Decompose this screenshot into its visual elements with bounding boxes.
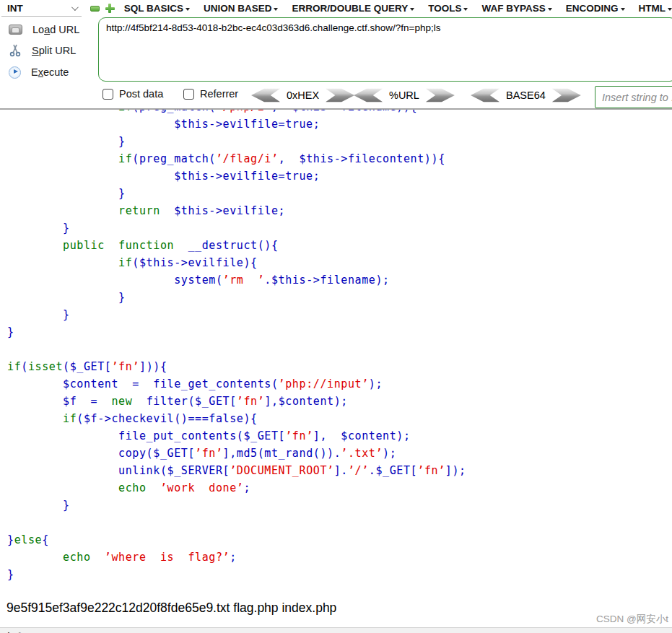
- post-data-checkbox[interactable]: [102, 89, 113, 100]
- code-line: if($this->evilfile){: [7, 254, 672, 271]
- split-url-button[interactable]: Split URL: [9, 43, 76, 58]
- hex-encoder-label: 0xHEX: [287, 90, 319, 101]
- menu: SQL BASICS UNION BASED ERROR/DOUBLE QUER…: [124, 3, 672, 14]
- browser-status-bar: 完成: [0, 627, 672, 633]
- caret-down-icon: [274, 8, 278, 11]
- code-line: $this->evilfile=true;: [7, 167, 672, 185]
- base64-encoder-label: BASE64: [506, 90, 546, 101]
- menu-item-sql-basics[interactable]: SQL BASICS: [124, 3, 190, 14]
- base64-encoder-group: BASE64: [471, 88, 581, 102]
- menu-item-label: HTML: [639, 3, 666, 14]
- code-line: return $this->evilfile;: [7, 202, 672, 219]
- menu-item-label: ERROR/DOUBLE QUERY: [292, 3, 408, 14]
- code-line: $content = file_get_contents(’php://inpu…: [7, 375, 672, 393]
- encode-url-arrow-icon[interactable]: [426, 88, 455, 102]
- expand-icon[interactable]: [105, 4, 114, 13]
- chevron-down-icon: [71, 4, 79, 11]
- query-type-value: INT: [7, 3, 23, 14]
- code-line: if($f->checkevil()===false){: [7, 410, 672, 427]
- insert-string-input[interactable]: [595, 86, 672, 108]
- code-block: if(preg_match(’/php/i’, $this->filename)…: [0, 110, 672, 599]
- code-line: echo ’where is flag?’;: [7, 549, 672, 566]
- code-line: echo ’work done’;: [7, 479, 672, 497]
- url-encoder-group: %URL: [354, 88, 455, 102]
- encode-hex-arrow-icon[interactable]: [326, 88, 354, 102]
- referrer-label: Referrer: [200, 88, 238, 100]
- code-line: $this->evilfile=true;: [7, 115, 672, 133]
- post-data-option: Post data: [102, 88, 163, 100]
- caret-down-icon: [410, 8, 414, 11]
- code-line: }: [7, 497, 672, 514]
- hackbar-panel: Load URL Split URL Execute http://4f5bf2…: [0, 17, 672, 110]
- menu-item-label: WAF BYPASS: [481, 3, 545, 14]
- url-encoder-label: %URL: [389, 90, 419, 101]
- menu-item-waf-bypass[interactable]: WAF BYPASS: [481, 3, 551, 14]
- code-line: [7, 341, 672, 358]
- decode-base64-arrow-icon[interactable]: [471, 88, 499, 102]
- load-url-icon: [9, 25, 22, 35]
- menu-item-label: UNION BASED: [204, 3, 272, 14]
- post-data-label: Post data: [119, 88, 163, 100]
- code-line: [7, 514, 672, 531]
- execute-button[interactable]: Execute: [9, 64, 69, 80]
- load-url-button[interactable]: Load URL: [9, 22, 79, 38]
- code-line: file_put_contents($_GET[’fn’], $content)…: [7, 427, 672, 445]
- split-url-label: Split URL: [32, 45, 76, 56]
- caret-down-icon: [621, 8, 625, 11]
- referrer-option: Referrer: [183, 88, 238, 100]
- code-line: }: [7, 185, 672, 202]
- encode-base64-arrow-icon[interactable]: [552, 88, 581, 102]
- decode-url-arrow-icon[interactable]: [354, 88, 383, 102]
- caret-down-icon: [548, 8, 552, 11]
- menu-item-encoding[interactable]: ENCODING: [566, 3, 625, 14]
- menu-item-error-double-query[interactable]: ERROR/DOUBLE QUERY: [292, 3, 414, 14]
- code-line: system(’rm ’.$this->filename);: [7, 271, 672, 289]
- code-line: }: [7, 306, 672, 323]
- collapse-icon[interactable]: [90, 6, 99, 12]
- code-line: }: [7, 219, 672, 237]
- hackbar-menubar: INT SQL BASICS UNION BASED ERROR/DOUBLE …: [0, 0, 672, 17]
- code-line: }: [7, 289, 672, 306]
- url-input[interactable]: http://4f5bf214-8d53-4018-b2bc-ec4c03d36…: [98, 17, 672, 82]
- code-line: }: [7, 133, 672, 150]
- code-line: public function __destruct(){: [7, 237, 672, 254]
- code-line: }: [7, 323, 672, 341]
- code-line: copy($_GET[’fn’],md5(mt_rand()).’.txt’);: [7, 445, 672, 462]
- command-output-file-listing: 9e5f915ef3af9e222c12d20f8fde65e9.txt fla…: [6, 601, 336, 616]
- code-line: if(preg_match(’/flag/i’, $this->filecont…: [7, 150, 672, 167]
- load-url-label: Load URL: [32, 24, 79, 35]
- execute-label: Execute: [31, 66, 69, 78]
- menu-item-label: ENCODING: [566, 3, 619, 14]
- referrer-checkbox[interactable]: [183, 89, 194, 100]
- menu-item-html[interactable]: HTML: [639, 3, 672, 14]
- decode-hex-arrow-icon[interactable]: [251, 88, 280, 102]
- menu-item-union-based[interactable]: UNION BASED: [204, 3, 279, 14]
- menu-item-label: TOOLS: [428, 3, 461, 14]
- hex-encoder-group: 0xHEX: [251, 88, 354, 102]
- caret-down-icon: [186, 8, 190, 11]
- menu-item-tools[interactable]: TOOLS: [428, 3, 468, 14]
- code-line: $f = new filter($_GET[’fn’],$content);: [7, 393, 672, 410]
- caret-down-icon: [463, 8, 468, 11]
- scissors-icon: [9, 44, 22, 57]
- code-line: }: [7, 566, 672, 583]
- menu-item-label: SQL BASICS: [124, 3, 183, 14]
- caret-down-icon: [668, 8, 672, 11]
- code-line: if(preg_match(’/php/i’, $this->filename)…: [7, 110, 672, 115]
- code-line: if(isset($_GET[’fn’])){: [7, 358, 672, 375]
- code-line: }else{: [7, 531, 672, 549]
- query-type-select[interactable]: INT: [1, 1, 82, 17]
- csdn-watermark: CSDN @网安小t: [596, 613, 668, 626]
- play-icon: [9, 66, 21, 79]
- code-line: unlink($_SERVER[’DOCUMENT_ROOT’].’/’.$_G…: [7, 462, 672, 479]
